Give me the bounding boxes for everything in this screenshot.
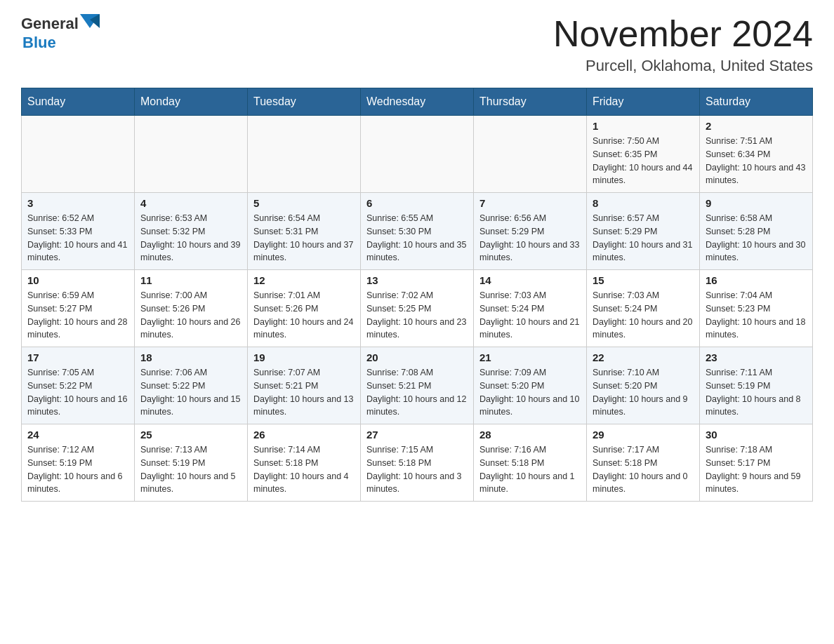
- day-number: 24: [27, 429, 128, 441]
- calendar-cell: [361, 116, 474, 193]
- calendar-cell: 24Sunrise: 7:12 AMSunset: 5:19 PMDayligh…: [22, 424, 135, 502]
- day-number: 20: [366, 351, 468, 363]
- day-number: 6: [366, 197, 468, 209]
- day-info: Sunrise: 7:51 AMSunset: 6:34 PMDaylight:…: [706, 135, 807, 187]
- day-info: Sunrise: 7:03 AMSunset: 5:24 PMDaylight:…: [479, 289, 581, 342]
- location-title: Purcell, Oklahoma, United States: [553, 57, 813, 75]
- day-of-week-header: Friday: [587, 88, 700, 116]
- day-info: Sunrise: 6:52 AMSunset: 5:33 PMDaylight:…: [27, 212, 128, 264]
- calendar-cell: 22Sunrise: 7:10 AMSunset: 5:20 PMDayligh…: [587, 347, 700, 424]
- logo-general-text: General: [21, 15, 79, 33]
- calendar-header-row: SundayMondayTuesdayWednesdayThursdayFrid…: [22, 88, 813, 116]
- day-number: 10: [27, 274, 128, 286]
- day-info: Sunrise: 7:16 AMSunset: 5:18 PMDaylight:…: [479, 443, 581, 496]
- day-of-week-header: Saturday: [700, 88, 813, 116]
- calendar-cell: 23Sunrise: 7:11 AMSunset: 5:19 PMDayligh…: [700, 347, 813, 424]
- calendar-cell: 1Sunrise: 7:50 AMSunset: 6:35 PMDaylight…: [587, 116, 700, 193]
- day-number: 30: [706, 429, 807, 441]
- day-number: 29: [593, 429, 694, 441]
- day-info: Sunrise: 7:12 AMSunset: 5:19 PMDaylight:…: [27, 443, 128, 496]
- day-of-week-header: Thursday: [474, 88, 587, 116]
- day-number: 2: [706, 120, 807, 132]
- calendar-cell: 27Sunrise: 7:15 AMSunset: 5:18 PMDayligh…: [361, 424, 474, 502]
- calendar-cell: 20Sunrise: 7:08 AMSunset: 5:21 PMDayligh…: [361, 347, 474, 424]
- day-number: 11: [140, 274, 241, 286]
- calendar-table: SundayMondayTuesdayWednesdayThursdayFrid…: [21, 88, 813, 502]
- calendar-week-row: 1Sunrise: 7:50 AMSunset: 6:35 PMDaylight…: [22, 116, 813, 193]
- calendar-cell: 15Sunrise: 7:03 AMSunset: 5:24 PMDayligh…: [587, 270, 700, 347]
- calendar-cell: 13Sunrise: 7:02 AMSunset: 5:25 PMDayligh…: [361, 270, 474, 347]
- calendar-cell: 8Sunrise: 6:57 AMSunset: 5:29 PMDaylight…: [587, 193, 700, 270]
- day-number: 5: [253, 197, 355, 209]
- day-info: Sunrise: 7:08 AMSunset: 5:21 PMDaylight:…: [366, 366, 468, 419]
- calendar-cell: 10Sunrise: 6:59 AMSunset: 5:27 PMDayligh…: [22, 270, 135, 347]
- calendar-cell: 3Sunrise: 6:52 AMSunset: 5:33 PMDaylight…: [22, 193, 135, 270]
- day-number: 23: [706, 351, 807, 363]
- day-info: Sunrise: 7:10 AMSunset: 5:20 PMDaylight:…: [593, 366, 694, 419]
- day-number: 9: [706, 197, 807, 209]
- day-info: Sunrise: 7:03 AMSunset: 5:24 PMDaylight:…: [593, 289, 694, 342]
- day-info: Sunrise: 6:59 AMSunset: 5:27 PMDaylight:…: [27, 289, 128, 342]
- calendar-cell: 9Sunrise: 6:58 AMSunset: 5:28 PMDaylight…: [700, 193, 813, 270]
- day-number: 8: [593, 197, 694, 209]
- day-info: Sunrise: 6:57 AMSunset: 5:29 PMDaylight:…: [593, 212, 694, 264]
- title-area: November 2024 Purcell, Oklahoma, United …: [553, 14, 813, 75]
- day-info: Sunrise: 7:04 AMSunset: 5:23 PMDaylight:…: [706, 289, 807, 342]
- calendar-cell: 30Sunrise: 7:18 AMSunset: 5:17 PMDayligh…: [700, 424, 813, 502]
- calendar-week-row: 10Sunrise: 6:59 AMSunset: 5:27 PMDayligh…: [22, 270, 813, 347]
- day-info: Sunrise: 7:02 AMSunset: 5:25 PMDaylight:…: [366, 289, 468, 342]
- day-info: Sunrise: 7:11 AMSunset: 5:19 PMDaylight:…: [706, 366, 807, 419]
- day-number: 1: [593, 120, 694, 132]
- calendar-cell: [248, 116, 361, 193]
- day-info: Sunrise: 7:18 AMSunset: 5:17 PMDaylight:…: [706, 443, 807, 496]
- day-number: 13: [366, 274, 468, 286]
- day-number: 14: [479, 274, 581, 286]
- calendar-cell: 19Sunrise: 7:07 AMSunset: 5:21 PMDayligh…: [248, 347, 361, 424]
- calendar-cell: 4Sunrise: 6:53 AMSunset: 5:32 PMDaylight…: [135, 193, 248, 270]
- day-info: Sunrise: 6:53 AMSunset: 5:32 PMDaylight:…: [140, 212, 241, 264]
- day-info: Sunrise: 7:07 AMSunset: 5:21 PMDaylight:…: [253, 366, 355, 419]
- day-number: 26: [253, 429, 355, 441]
- calendar-cell: 17Sunrise: 7:05 AMSunset: 5:22 PMDayligh…: [22, 347, 135, 424]
- calendar-cell: 11Sunrise: 7:00 AMSunset: 5:26 PMDayligh…: [135, 270, 248, 347]
- day-of-week-header: Sunday: [22, 88, 135, 116]
- day-number: 3: [27, 197, 128, 209]
- day-info: Sunrise: 7:17 AMSunset: 5:18 PMDaylight:…: [593, 443, 694, 496]
- calendar-cell: 16Sunrise: 7:04 AMSunset: 5:23 PMDayligh…: [700, 270, 813, 347]
- calendar-cell: 5Sunrise: 6:54 AMSunset: 5:31 PMDaylight…: [248, 193, 361, 270]
- calendar-cell: 29Sunrise: 7:17 AMSunset: 5:18 PMDayligh…: [587, 424, 700, 502]
- calendar-cell: 26Sunrise: 7:14 AMSunset: 5:18 PMDayligh…: [248, 424, 361, 502]
- day-number: 4: [140, 197, 241, 209]
- day-info: Sunrise: 7:09 AMSunset: 5:20 PMDaylight:…: [479, 366, 581, 419]
- day-info: Sunrise: 7:05 AMSunset: 5:22 PMDaylight:…: [27, 366, 128, 419]
- day-number: 7: [479, 197, 581, 209]
- page-header: General Blue November 2024 Purcell, Okla…: [21, 14, 813, 75]
- day-info: Sunrise: 6:55 AMSunset: 5:30 PMDaylight:…: [366, 212, 468, 264]
- calendar-cell: [135, 116, 248, 193]
- day-number: 22: [593, 351, 694, 363]
- calendar-cell: 7Sunrise: 6:56 AMSunset: 5:29 PMDaylight…: [474, 193, 587, 270]
- day-info: Sunrise: 7:00 AMSunset: 5:26 PMDaylight:…: [140, 289, 241, 342]
- calendar-week-row: 3Sunrise: 6:52 AMSunset: 5:33 PMDaylight…: [22, 193, 813, 270]
- calendar-cell: 25Sunrise: 7:13 AMSunset: 5:19 PMDayligh…: [135, 424, 248, 502]
- day-number: 28: [479, 429, 581, 441]
- day-info: Sunrise: 7:13 AMSunset: 5:19 PMDaylight:…: [140, 443, 241, 496]
- day-info: Sunrise: 7:15 AMSunset: 5:18 PMDaylight:…: [366, 443, 468, 496]
- logo-blue-text: Blue: [22, 34, 56, 52]
- calendar-cell: 28Sunrise: 7:16 AMSunset: 5:18 PMDayligh…: [474, 424, 587, 502]
- day-info: Sunrise: 7:14 AMSunset: 5:18 PMDaylight:…: [253, 443, 355, 496]
- day-info: Sunrise: 7:50 AMSunset: 6:35 PMDaylight:…: [593, 135, 694, 187]
- calendar-week-row: 17Sunrise: 7:05 AMSunset: 5:22 PMDayligh…: [22, 347, 813, 424]
- calendar-cell: [474, 116, 587, 193]
- logo-icon: [80, 14, 100, 34]
- day-number: 25: [140, 429, 241, 441]
- day-number: 19: [253, 351, 355, 363]
- day-info: Sunrise: 7:06 AMSunset: 5:22 PMDaylight:…: [140, 366, 241, 419]
- calendar-cell: 14Sunrise: 7:03 AMSunset: 5:24 PMDayligh…: [474, 270, 587, 347]
- calendar-cell: 21Sunrise: 7:09 AMSunset: 5:20 PMDayligh…: [474, 347, 587, 424]
- calendar-cell: 12Sunrise: 7:01 AMSunset: 5:26 PMDayligh…: [248, 270, 361, 347]
- calendar-cell: 18Sunrise: 7:06 AMSunset: 5:22 PMDayligh…: [135, 347, 248, 424]
- calendar-cell: 6Sunrise: 6:55 AMSunset: 5:30 PMDaylight…: [361, 193, 474, 270]
- calendar-cell: [22, 116, 135, 193]
- day-info: Sunrise: 7:01 AMSunset: 5:26 PMDaylight:…: [253, 289, 355, 342]
